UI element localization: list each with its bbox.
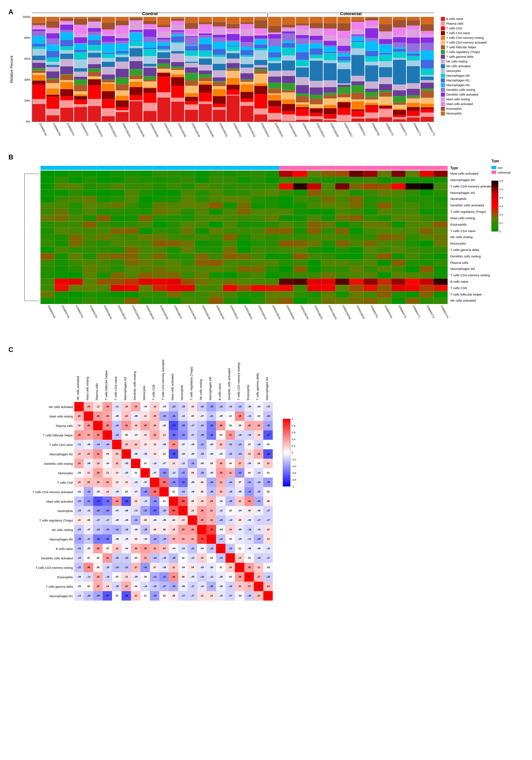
figure-container — [0, 0, 532, 618]
panel-c-canvas — [7, 345, 525, 608]
panel-a-wrapper — [7, 7, 525, 149]
panel-c-wrapper — [7, 345, 525, 608]
panel-a-canvas — [7, 7, 525, 149]
panel-b-wrapper — [7, 152, 525, 341]
panel-b-canvas — [7, 152, 525, 341]
